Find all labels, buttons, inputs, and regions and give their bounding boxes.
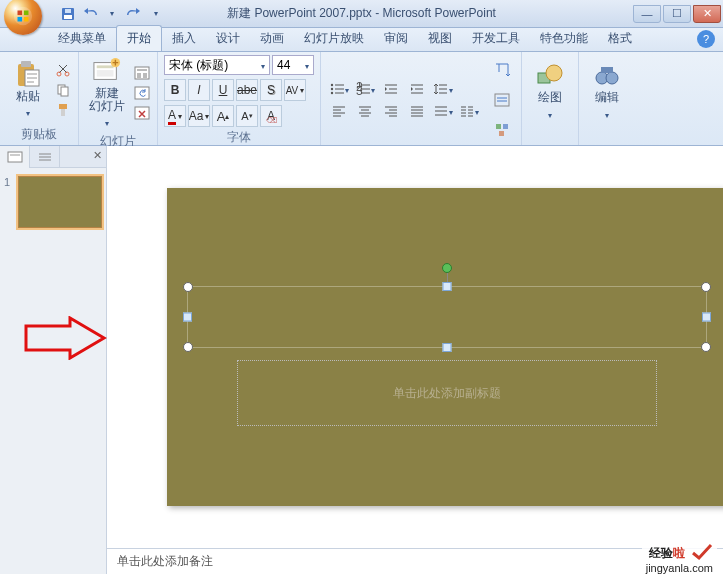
office-button[interactable] bbox=[4, 0, 42, 35]
svg-rect-14 bbox=[61, 87, 68, 96]
svg-rect-18 bbox=[97, 65, 114, 68]
tab-review[interactable]: 审阅 bbox=[374, 26, 418, 51]
outline-tab[interactable] bbox=[30, 146, 60, 168]
justify-button[interactable] bbox=[405, 100, 429, 122]
layout-icon[interactable] bbox=[133, 65, 151, 81]
strikethrough-button[interactable]: abe bbox=[236, 79, 258, 101]
tab-slideshow[interactable]: 幻灯片放映 bbox=[294, 26, 374, 51]
tab-view[interactable]: 视图 bbox=[418, 26, 462, 51]
line-spacing-button[interactable] bbox=[431, 78, 455, 100]
panel-close-icon[interactable]: ✕ bbox=[93, 149, 102, 162]
align-text-button[interactable] bbox=[489, 85, 515, 115]
shapes-icon bbox=[536, 61, 564, 89]
resize-handle-tr[interactable] bbox=[701, 282, 711, 292]
bold-button[interactable]: B bbox=[164, 79, 186, 101]
tab-design[interactable]: 设计 bbox=[206, 26, 250, 51]
tab-home[interactable]: 开始 bbox=[116, 25, 162, 51]
svg-rect-2 bbox=[24, 10, 29, 15]
tab-classic[interactable]: 经典菜单 bbox=[48, 26, 116, 51]
rotate-handle[interactable] bbox=[442, 263, 452, 273]
align-center-button[interactable] bbox=[353, 100, 377, 122]
maximize-button[interactable]: ☐ bbox=[663, 5, 691, 23]
increase-indent-button[interactable] bbox=[405, 78, 429, 100]
tab-developer[interactable]: 开发工具 bbox=[462, 26, 530, 51]
paste-label: 粘贴 bbox=[16, 90, 40, 103]
slides-tab[interactable] bbox=[0, 146, 30, 168]
resize-handle-bm[interactable] bbox=[443, 343, 452, 352]
redo-icon[interactable] bbox=[126, 6, 142, 22]
italic-button[interactable]: I bbox=[188, 79, 210, 101]
delete-slide-icon[interactable] bbox=[133, 105, 151, 121]
tab-format[interactable]: 格式 bbox=[598, 26, 642, 51]
numbering-button[interactable]: 123 bbox=[353, 78, 377, 100]
clear-format-button[interactable]: A⌫ bbox=[260, 105, 282, 127]
font-size-select[interactable]: 44 bbox=[272, 55, 314, 75]
paste-dropdown-icon bbox=[26, 105, 30, 119]
svg-rect-43 bbox=[10, 154, 20, 156]
group-font-label: 字体 bbox=[164, 127, 314, 146]
underline-button[interactable]: U bbox=[212, 79, 234, 101]
editing-button[interactable]: 编辑 bbox=[585, 59, 629, 122]
group-slides: 新建 幻灯片 幻灯片 bbox=[79, 52, 158, 145]
close-button[interactable]: ✕ bbox=[693, 5, 721, 23]
align-left-button[interactable] bbox=[327, 100, 351, 122]
decrease-indent-button[interactable] bbox=[379, 78, 403, 100]
slide[interactable]: 单击此处添加副标题 bbox=[167, 188, 723, 506]
resize-handle-br[interactable] bbox=[701, 342, 711, 352]
notes-pane[interactable]: 单击此处添加备注 bbox=[107, 548, 723, 574]
title-placeholder-selected[interactable] bbox=[187, 286, 707, 348]
help-icon[interactable]: ? bbox=[697, 30, 715, 48]
annotation-arrow-icon bbox=[22, 316, 110, 360]
slide-thumbnail[interactable]: 1 bbox=[4, 176, 102, 228]
shadow-button[interactable]: S bbox=[260, 79, 282, 101]
resize-handle-mr[interactable] bbox=[702, 313, 711, 322]
drawing-dropdown-icon bbox=[548, 107, 552, 121]
resize-handle-tm[interactable] bbox=[443, 282, 452, 291]
columns-button[interactable] bbox=[457, 100, 481, 122]
new-slide-button[interactable]: 新建 幻灯片 bbox=[85, 55, 129, 131]
svg-rect-15 bbox=[59, 104, 67, 109]
align-right-button[interactable] bbox=[379, 100, 403, 122]
thumbnail-list: 1 bbox=[0, 168, 106, 236]
bullets-button[interactable] bbox=[327, 78, 351, 100]
tab-insert[interactable]: 插入 bbox=[162, 26, 206, 51]
subtitle-placeholder[interactable]: 单击此处添加副标题 bbox=[237, 360, 657, 426]
resize-handle-tl[interactable] bbox=[183, 282, 193, 292]
clipboard-icon bbox=[14, 60, 42, 88]
ribbon: 粘贴 剪贴板 新建 幻灯片 幻灯片 bbox=[0, 52, 723, 146]
shrink-font-button[interactable]: A▾ bbox=[236, 105, 258, 127]
qat-customize-icon[interactable] bbox=[148, 6, 164, 22]
distribute-button[interactable] bbox=[431, 100, 455, 122]
notes-placeholder: 单击此处添加备注 bbox=[117, 554, 213, 568]
undo-icon[interactable] bbox=[82, 6, 98, 22]
resize-handle-bl[interactable] bbox=[183, 342, 193, 352]
svg-rect-16 bbox=[61, 109, 65, 116]
char-spacing-button[interactable]: AV bbox=[284, 79, 306, 101]
reset-icon[interactable] bbox=[133, 85, 151, 101]
binoculars-icon bbox=[593, 61, 621, 89]
format-painter-icon[interactable] bbox=[54, 102, 72, 118]
undo-dropdown-icon[interactable] bbox=[104, 6, 120, 22]
svg-point-27 bbox=[331, 84, 333, 86]
font-family-select[interactable]: 宋体 (标题) bbox=[164, 55, 270, 75]
copy-icon[interactable] bbox=[54, 82, 72, 98]
new-slide-label: 新建 幻灯片 bbox=[89, 87, 125, 113]
cut-icon[interactable] bbox=[54, 62, 72, 78]
resize-handle-ml[interactable] bbox=[183, 313, 192, 322]
paste-button[interactable]: 粘贴 bbox=[6, 58, 50, 121]
svg-rect-1 bbox=[18, 10, 23, 15]
convert-smartart-button[interactable] bbox=[489, 115, 515, 145]
save-icon[interactable] bbox=[60, 6, 76, 22]
thumbnail-preview bbox=[18, 176, 102, 228]
minimize-button[interactable]: — bbox=[633, 5, 661, 23]
tab-animation[interactable]: 动画 bbox=[250, 26, 294, 51]
change-case-button[interactable]: Aa bbox=[188, 105, 210, 127]
text-direction-button[interactable] bbox=[489, 55, 515, 85]
group-paragraph: 123 段落 bbox=[321, 52, 522, 145]
tab-special[interactable]: 特色功能 bbox=[530, 26, 598, 51]
grow-font-button[interactable]: A▴ bbox=[212, 105, 234, 127]
font-color-button[interactable]: A bbox=[164, 105, 186, 127]
chevron-down-icon bbox=[449, 104, 453, 118]
drawing-button[interactable]: 绘图 bbox=[528, 59, 572, 122]
svg-rect-34 bbox=[496, 124, 501, 129]
